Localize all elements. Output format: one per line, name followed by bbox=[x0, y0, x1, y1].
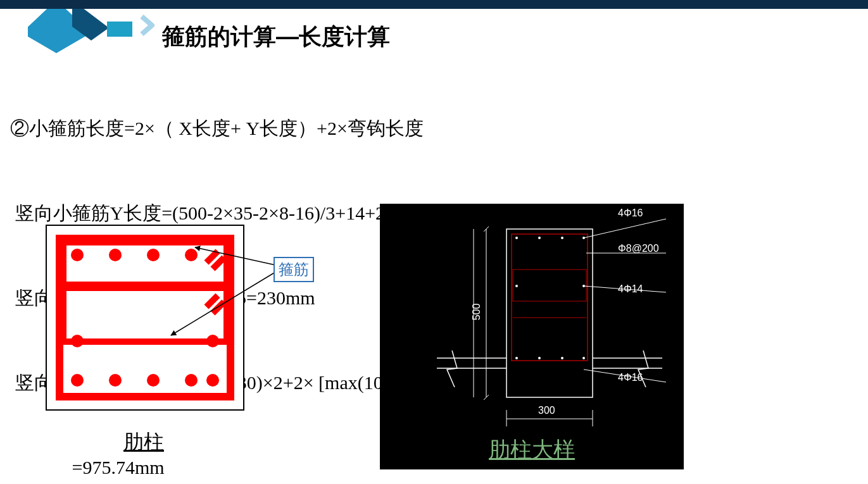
svg-rect-3 bbox=[60, 239, 230, 397]
svg-point-40 bbox=[561, 357, 563, 359]
svg-rect-19 bbox=[506, 229, 593, 397]
formula-line-1: ②小箍筋长度=2×（ X长度+ Y长度）+2×弯钩长度 bbox=[10, 114, 498, 142]
svg-rect-20 bbox=[512, 234, 588, 361]
dim-top-rebar: 4Φ16 bbox=[618, 208, 643, 219]
svg-point-39 bbox=[538, 357, 541, 359]
svg-point-38 bbox=[515, 357, 518, 359]
svg-rect-2 bbox=[107, 22, 132, 37]
svg-point-8 bbox=[147, 249, 160, 261]
svg-rect-4 bbox=[63, 242, 227, 288]
page-title: 箍筋的计算—长度计算 bbox=[162, 22, 390, 53]
dim-bot-rebar: 4Φ16 bbox=[618, 372, 643, 383]
svg-point-34 bbox=[561, 237, 563, 239]
svg-point-32 bbox=[515, 237, 518, 239]
svg-point-16 bbox=[206, 374, 219, 387]
svg-point-41 bbox=[582, 357, 585, 359]
svg-point-13 bbox=[109, 374, 122, 387]
dim-stirrup-spec: Φ8@200 bbox=[618, 243, 659, 254]
dim-width: 300 bbox=[538, 405, 555, 416]
right-diagram: 4Φ16 Φ8@200 4Φ14 4Φ16 500 300 肋柱大样 bbox=[380, 204, 684, 469]
svg-point-9 bbox=[185, 249, 198, 261]
svg-point-36 bbox=[515, 285, 518, 287]
svg-point-14 bbox=[147, 374, 160, 387]
svg-line-42 bbox=[584, 219, 666, 238]
header-decor-icon bbox=[28, 9, 154, 53]
right-caption: 肋柱大样 bbox=[380, 435, 684, 464]
stirrup-label: 箍筋 bbox=[274, 257, 314, 282]
svg-point-7 bbox=[109, 249, 122, 261]
svg-rect-5 bbox=[63, 285, 227, 342]
svg-rect-21 bbox=[513, 270, 586, 301]
svg-point-11 bbox=[206, 335, 219, 347]
svg-point-15 bbox=[185, 374, 198, 387]
svg-point-33 bbox=[538, 237, 541, 239]
svg-point-12 bbox=[71, 374, 84, 387]
left-caption: 肋柱 bbox=[46, 428, 242, 456]
top-bar bbox=[0, 0, 868, 9]
rib-column-section-icon bbox=[47, 226, 243, 409]
svg-point-10 bbox=[71, 335, 84, 347]
dim-height: 500 bbox=[471, 304, 482, 321]
left-diagram: 肋柱 bbox=[46, 225, 242, 456]
dim-mid-rebar: 4Φ14 bbox=[618, 283, 643, 295]
svg-point-6 bbox=[71, 249, 84, 261]
